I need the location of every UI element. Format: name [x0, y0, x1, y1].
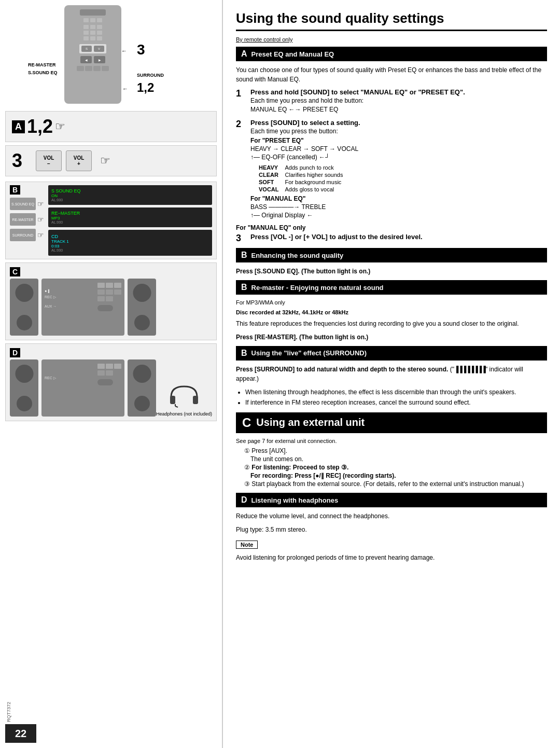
- section-b2-press: Press [RE-MASTER]. (The button light is …: [236, 333, 547, 342]
- manual-only-label: For "MANUAL EQ" only: [236, 224, 547, 231]
- hand-b2: ☞: [37, 215, 44, 224]
- mp3-only-label: For MP3/WMA only: [236, 299, 547, 307]
- disc-label: Disc recorded at 32kHz, 44.1kHz or 48kHz: [236, 309, 547, 316]
- section-c-title-text: Using an external unit: [256, 417, 365, 428]
- stereo-main-unit-d: REC ▷: [41, 359, 124, 417]
- section-b1-body: Press [S.SOUND EQ]. (The button light is…: [236, 267, 547, 276]
- hand-icon-vol: ☞: [100, 154, 110, 168]
- left-speaker-c: [10, 279, 38, 336]
- section-d-letter: D: [241, 495, 247, 505]
- section-d-header-text: Listening with headphones: [251, 496, 339, 504]
- note-box: Note: [236, 541, 258, 549]
- section-a-header: A Preset EQ and Manual EQ: [236, 47, 547, 61]
- section-a-letter: A: [241, 49, 247, 59]
- step-1-content: Press and hold [SOUND] to select "MANUAL…: [250, 88, 547, 115]
- c-step1-text: Press [AUX].: [251, 447, 287, 454]
- hand-icon-a: ☞: [55, 120, 65, 133]
- d-label: D: [10, 348, 20, 357]
- section-b3-header-text: Using the "live" effect (SURROUND): [251, 349, 367, 357]
- section-d-header: D Listening with headphones: [236, 493, 547, 507]
- manual-arrow: BASS ————→ TREBLE: [250, 203, 547, 211]
- step-2: 2 Press [SOUND] to select a setting. Eac…: [236, 119, 547, 220]
- step-3-num: 3: [236, 233, 246, 244]
- s-sound-eq-display: S SOUND EQONAL:000: [48, 185, 212, 205]
- step-2-sub: Each time you press the button:: [250, 128, 547, 135]
- vol-minus-btn: VOL−: [36, 150, 62, 171]
- main-title: Using the sound quality settings: [236, 10, 547, 31]
- headphones-icon: [169, 381, 200, 410]
- bullet-2: If interference in FM stereo reception i…: [245, 398, 547, 407]
- section-b1-header-text: Enhancing the sound quality: [251, 252, 344, 259]
- section-b1-header: B Enhancing the sound quality: [236, 248, 547, 262]
- c-step2-recording: For recording: Press [●/‖ REC] (recordin…: [250, 472, 396, 479]
- annotation-3: 3: [137, 41, 145, 58]
- step-1-bold: Press and hold [SOUND] to select "MANUAL…: [250, 88, 547, 96]
- circle-3: ③: [244, 480, 251, 488]
- surround-annotation: SURROUND: [137, 73, 164, 78]
- c-step2a: ② For listening: Proceed to step ③.: [244, 464, 547, 471]
- section-a-body: You can choose one of four types of soun…: [236, 65, 547, 84]
- hand-b1: ☞: [37, 200, 44, 208]
- step-3-bold: Press [VOL -] or [+ VOL] to adjust to th…: [250, 233, 547, 241]
- section-b2-body: This feature reproduces the frequencies …: [236, 319, 547, 328]
- c-step1b: The unit comes on.: [250, 455, 547, 463]
- step-3: 3 Press [VOL -] or [+ VOL] to adjust to …: [236, 233, 547, 244]
- circle-2: ②: [244, 464, 251, 471]
- section-3-illustration: 3 VOL− VOL+ ☞: [5, 145, 217, 176]
- eq-options-table: HEAVYAdds punch to rock CLEARClarifies h…: [256, 164, 346, 193]
- step-1-sub: Each time you press and hold the button:: [250, 97, 547, 104]
- clear-desc: Clarifies higher sounds: [282, 171, 346, 178]
- re-master-annotation: RE-MASTER: [28, 62, 56, 67]
- label-3: 3: [12, 150, 22, 172]
- press-b1: Press [S.SOUND EQ]. (The button light is…: [236, 268, 370, 275]
- section-d-body: Reduce the volume level, and connect the…: [236, 511, 547, 521]
- section-c-title: C Using an external unit: [236, 412, 547, 433]
- for-preset-label: For "PRESET EQ": [250, 137, 547, 144]
- stereo-main-unit-c: ● ‖ REC ▷ AUX →: [41, 279, 124, 336]
- re-master-device-btn: RE-MASTER: [10, 213, 36, 226]
- step-1-num: 1: [236, 88, 246, 115]
- label-12: 1,2: [27, 116, 53, 137]
- annotation-12: 1,2: [137, 80, 154, 95]
- hand-b3: ☞: [37, 231, 44, 239]
- section-c-letter: C: [242, 415, 251, 430]
- svg-rect-0: [170, 396, 175, 404]
- c-label: C: [10, 267, 20, 276]
- section-b2-header-text: Re-master - Enjoying more natural sound: [251, 284, 384, 292]
- right-speaker-c: [128, 279, 156, 336]
- section-a-illustration: A 1,2 ☞: [5, 111, 217, 142]
- c-step3-text: Start playback from the external source.…: [251, 480, 524, 488]
- s-sound-eq-device-btn: S.SOUND EQ: [10, 198, 36, 210]
- heavy-label: HEAVY: [256, 164, 282, 171]
- section-b3-bold: Press [SURROUND] to add natural width an…: [236, 365, 547, 383]
- section-b2-header: B Re-master - Enjoying more natural soun…: [236, 280, 547, 295]
- step-2-bold: Press [SOUND] to select a setting.: [250, 119, 547, 127]
- arrow-3: ←: [121, 48, 127, 54]
- c-step3: ③ Start playback from the external sourc…: [244, 480, 547, 488]
- headphones-label: Headphones (not included): [156, 411, 212, 417]
- section-b3-bullets: When listening through headphones, the e…: [245, 387, 547, 407]
- circle-1: ①: [244, 447, 251, 454]
- preset-arrow: HEAVY → CLEAR → SOFT → VOCAL: [250, 145, 547, 153]
- svg-line-3: [175, 406, 178, 407]
- bullet-1: When listening through headphones, the e…: [245, 387, 547, 397]
- soft-desc: For background music: [282, 178, 346, 186]
- catalog-number: RQT7372: [6, 702, 11, 722]
- note-body: Avoid listening for prolonged periods of…: [236, 553, 547, 562]
- cd-track-display: CD TRACK 1 0:03 AL:000: [48, 230, 212, 256]
- step-2-content: Press [SOUND] to select a setting. Each …: [250, 119, 547, 220]
- remote-only-label: By remote control only: [236, 36, 547, 43]
- c-step1b-text: The unit comes on.: [250, 455, 303, 463]
- section-d-illustration: D REC ▷: [5, 343, 217, 421]
- c-step1: ① Press [AUX].: [244, 447, 547, 454]
- page-number: 22: [5, 724, 36, 743]
- preset-arrow2: ↑— EQ-OFF (cancelled) ←┘: [250, 154, 547, 161]
- re-master-display: RE−MASTERMP3AL:000: [48, 207, 212, 227]
- section-b-illustration: B S.SOUND EQ ☞ RE-MASTER ☞ SURROUND ☞: [5, 182, 217, 259]
- svg-rect-1: [193, 396, 198, 404]
- section-b1-letter: B: [241, 251, 247, 260]
- heavy-desc: Adds punch to rock: [282, 164, 346, 171]
- section-b3-header: B Using the "live" effect (SURROUND): [236, 346, 547, 361]
- step-3-content: Press [VOL -] or [+ VOL] to adjust to th…: [250, 233, 547, 244]
- headphones-area: Headphones (not included): [156, 381, 212, 417]
